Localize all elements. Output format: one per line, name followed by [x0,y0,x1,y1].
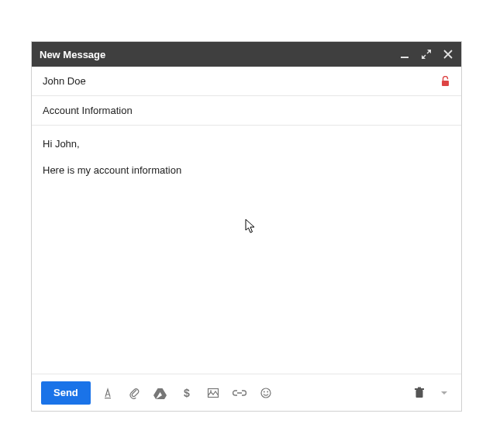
svg-point-7 [264,391,265,392]
emoji-icon[interactable] [257,384,275,402]
more-options-icon[interactable] [436,384,452,402]
window-title: New Message [40,49,105,60]
image-icon[interactable] [204,384,222,402]
attach-icon[interactable] [125,384,143,402]
svg-point-5 [210,390,212,391]
format-icon[interactable] [98,384,117,402]
svg-text:$: $ [184,387,190,399]
message-body[interactable]: Hi John, Here is my account information [32,126,461,374]
trash-icon[interactable] [410,384,429,402]
to-value: John Doe [43,75,440,87]
svg-point-8 [267,391,268,392]
subject-field[interactable]: Account Information [32,96,461,126]
svg-rect-0 [401,57,409,58]
svg-rect-11 [418,387,421,388]
compose-window: New Message John Doe Account Information… [31,41,462,412]
svg-rect-9 [416,390,423,398]
dollar-icon[interactable]: $ [178,384,196,402]
lock-icon[interactable] [440,76,450,87]
subject-value: Account Information [43,105,450,116]
close-icon[interactable] [443,49,453,60]
svg-point-6 [261,388,271,398]
send-button[interactable]: Send [41,381,91,405]
minimize-icon[interactable] [399,49,410,60]
to-field[interactable]: John Doe [32,67,461,96]
body-line-1: Hi John, [43,136,450,152]
compose-toolbar: Send $ [32,374,461,411]
body-line-2: Here is my account information [43,163,450,178]
link-icon[interactable] [230,384,249,402]
drive-icon[interactable] [151,384,170,402]
svg-rect-1 [442,81,449,86]
svg-rect-2 [105,398,111,398]
expand-icon[interactable] [421,49,432,60]
titlebar[interactable]: New Message [32,42,461,67]
titlebar-controls [399,49,453,60]
